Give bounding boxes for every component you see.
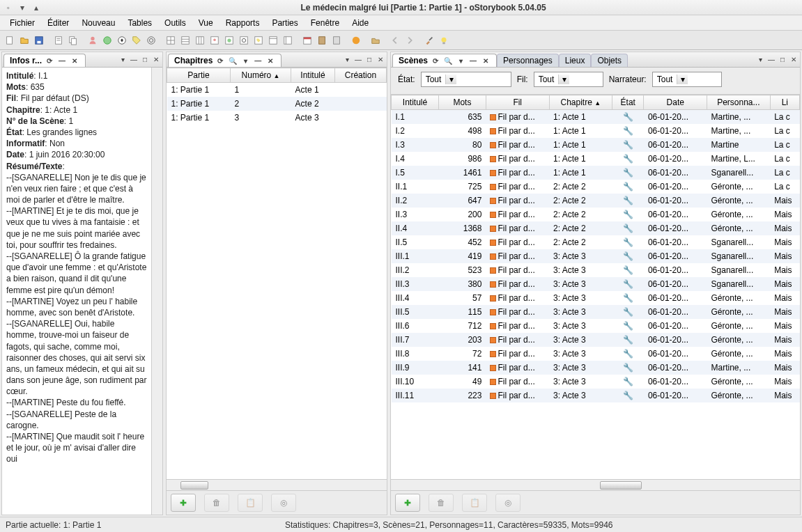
table-row[interactable]: III.11223Fil par d...3: Acte 3🔧06-01-20.… [392,389,800,402]
grid-tag-icon[interactable] [252,33,265,47]
menu-fenêtre[interactable]: Fenêtre [305,17,345,29]
dropdown-icon[interactable]: ▾ [456,56,465,65]
menu-vue[interactable]: Vue [193,17,219,29]
chevron-down-icon[interactable]: ▾ [445,75,456,84]
table-row[interactable]: 1: Partie 13Acte 3 [167,111,387,125]
window-menu-icon[interactable]: ◦ [4,3,13,12]
panel-min-icon[interactable]: — [766,55,776,65]
table-row[interactable]: II.3200Fil par d...2: Acte 2🔧06-01-20...… [392,208,800,221]
tab-personnages[interactable]: Personnages [497,54,559,67]
copy-button[interactable]: 📋 [238,494,263,512]
scenes-table[interactable]: IntituléMotsFilChapitre ▲ÉtatDatePersonn… [391,95,800,402]
menu-outils[interactable]: Outils [159,17,192,29]
add-button[interactable] [171,494,196,512]
menu-aide[interactable]: Aide [346,17,374,29]
table-row[interactable]: I.1635Fil par d...1: Acte 1🔧06-01-20...M… [392,110,800,125]
new-file-icon[interactable] [3,33,17,47]
col-header[interactable]: Mots [438,95,486,110]
table-row[interactable]: II.41368Fil par d...2: Acte 2🔧06-01-20..… [392,221,800,235]
panel-min-icon[interactable]: — [129,55,139,65]
table-row[interactable]: I.51461Fil par d...1: Acte 1🔧06-01-20...… [392,166,800,180]
calendar-icon[interactable] [300,33,314,47]
table-row[interactable]: III.2523Fil par d...3: Acte 3🔧06-01-20..… [392,263,800,277]
table-row[interactable]: III.7203Fil par d...3: Acte 3🔧06-01-20..… [392,333,800,347]
minimize-icon[interactable]: — [57,56,67,65]
filter-fil-dropdown[interactable]: Tout ▾ [534,72,603,87]
panel-max-icon[interactable]: □ [364,55,374,65]
close-icon[interactable]: ✕ [70,56,79,65]
panel-close-icon[interactable]: ✕ [789,55,799,65]
spiral-icon[interactable] [349,33,363,47]
target-button[interactable]: ◎ [495,494,520,512]
panel-max-icon[interactable]: □ [140,55,150,65]
infos-scrollbar[interactable] [151,68,162,515]
grid4-icon[interactable] [266,33,280,47]
table-row[interactable]: III.3380Fil par d...3: Acte 3🔧06-01-20..… [392,277,800,291]
tab-objets[interactable]: Objets [591,54,628,67]
menu-fichier[interactable]: Fichier [4,17,40,29]
col-header[interactable]: Date [644,95,707,110]
filter-narr-dropdown[interactable]: Tout ▾ [652,72,722,87]
refresh-icon[interactable]: ⟳ [431,56,440,65]
grid1-icon[interactable] [164,33,178,47]
dropdown-icon[interactable]: ▾ [240,56,250,65]
col-header[interactable]: Intitulé [392,95,439,110]
close-icon[interactable]: ✕ [265,56,275,65]
panel-dropdown-icon[interactable]: ▾ [118,55,128,65]
tab-chapitres[interactable]: Chapitres ⟳ 🔍 ▾ — ✕ [168,54,282,67]
panel-min-icon[interactable]: — [353,55,363,65]
panel-close-icon[interactable]: ✕ [376,55,385,65]
col-header[interactable]: Li [770,95,799,110]
book-icon[interactable] [315,33,329,47]
panel-max-icon[interactable]: □ [778,55,787,65]
delete-button[interactable]: 🗑 [204,494,229,512]
panel-dropdown-icon[interactable]: ▾ [342,55,352,65]
soccer-icon[interactable] [115,33,129,47]
grid-globe-icon[interactable] [222,33,236,47]
menu-tables[interactable]: Tables [122,17,157,29]
panel-close-icon[interactable]: ✕ [151,55,161,65]
brush-icon[interactable] [422,33,436,47]
grid5-icon[interactable] [281,33,295,47]
col-header[interactable]: Numéro ▲ [230,68,291,83]
tab-scenes[interactable]: Scènes ⟳ 🔍 ▾ — ✕ [392,54,497,67]
window-maximize-icon[interactable]: ▴ [32,3,40,12]
table-row[interactable]: III.872Fil par d...3: Acte 3🔧06-01-20...… [392,347,800,361]
target-icon[interactable] [144,33,158,47]
grid-person-icon[interactable] [208,33,222,47]
table-row[interactable]: I.4986Fil par d...1: Acte 1🔧06-01-20...M… [392,152,800,166]
col-header[interactable]: Partie [167,68,231,83]
minimize-icon[interactable]: — [468,56,478,65]
chapitres-hscroll[interactable] [167,479,387,490]
col-header[interactable]: Intitulé [291,68,335,83]
table-row[interactable]: III.6712Fil par d...3: Acte 3🔧06-01-20..… [392,319,800,333]
target-button[interactable]: ◎ [271,494,296,512]
menu-rapports[interactable]: Rapports [220,17,265,29]
doc-icon[interactable] [52,33,65,47]
col-header[interactable]: État [612,95,644,110]
tab-infos[interactable]: Infos r... ⟳ — ✕ [3,54,86,67]
chevron-down-icon[interactable]: ▾ [677,75,688,84]
chapitres-table[interactable]: PartieNuméro ▲IntituléCréation 1: Partie… [167,68,387,125]
copy-icon[interactable] [66,33,80,47]
filter-etat-dropdown[interactable]: Tout ▾ [421,72,511,87]
table-row[interactable]: I.380Fil par d...1: Acte 1🔧06-01-20...Ma… [392,138,800,152]
table-row[interactable]: II.2647Fil par d...2: Acte 2🔧06-01-20...… [392,194,800,208]
table-row[interactable]: III.457Fil par d...3: Acte 3🔧06-01-20...… [392,291,800,305]
menu-parties[interactable]: Parties [266,17,303,29]
table-row[interactable]: 1: Partie 11Acte 1 [167,83,387,97]
minimize-icon[interactable]: — [253,56,263,65]
col-header[interactable]: Chapitre ▲ [549,95,612,110]
table-row[interactable]: I.2498Fil par d...1: Acte 1🔧06-01-20...M… [392,124,800,138]
refresh-icon[interactable]: ⟳ [45,56,54,65]
find-icon[interactable]: 🔍 [443,56,453,65]
panel-dropdown-icon[interactable]: ▾ [755,55,765,65]
open-file-icon[interactable] [17,33,31,47]
grid2-icon[interactable] [178,33,192,47]
globe-icon[interactable] [100,33,114,47]
col-header[interactable]: Création [334,68,386,83]
table-row[interactable]: III.5115Fil par d...3: Acte 3🔧06-01-20..… [392,305,800,319]
grid-ball-icon[interactable] [237,33,251,47]
window-minimize-icon[interactable]: ▾ [18,3,26,12]
menu-éditer[interactable]: Éditer [42,17,75,29]
